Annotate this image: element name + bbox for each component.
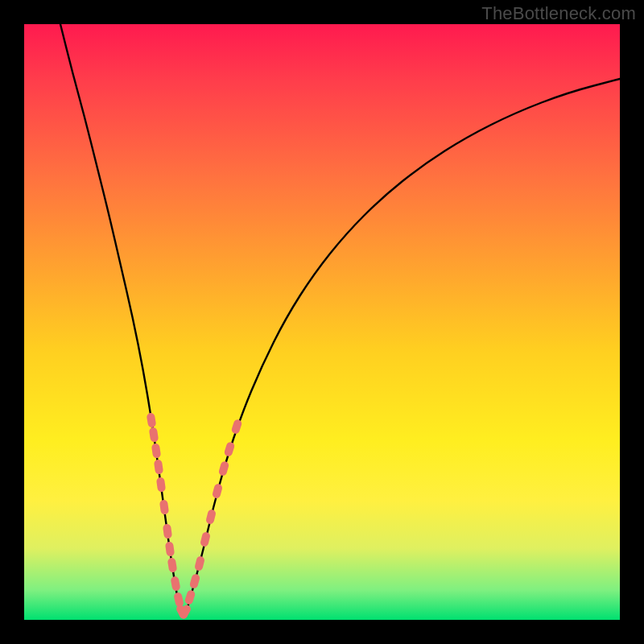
curve-marker bbox=[149, 427, 159, 442]
curve-marker bbox=[154, 459, 163, 474]
outer-frame: TheBottleneck.com bbox=[0, 0, 644, 644]
curve-marker bbox=[170, 576, 180, 592]
plot-area bbox=[24, 24, 620, 620]
curve-marker bbox=[184, 589, 196, 605]
marker-group bbox=[147, 412, 243, 620]
curve-marker bbox=[163, 523, 172, 539]
curve-marker bbox=[151, 443, 162, 458]
curve-layer bbox=[24, 24, 620, 620]
curve-marker bbox=[205, 509, 217, 525]
bottleneck-curve bbox=[60, 24, 620, 616]
watermark-text: TheBottleneck.com bbox=[481, 3, 636, 24]
curve-marker bbox=[173, 592, 184, 608]
curve-marker bbox=[189, 573, 201, 589]
curve-marker bbox=[156, 477, 166, 492]
curve-marker bbox=[200, 531, 211, 547]
curve-marker bbox=[224, 441, 236, 457]
curve-marker bbox=[159, 499, 169, 514]
curve-marker bbox=[218, 460, 230, 477]
curve-marker bbox=[165, 541, 175, 556]
curve-marker bbox=[147, 412, 157, 427]
curve-marker bbox=[167, 557, 178, 572]
curve-marker bbox=[230, 419, 242, 435]
curve-marker bbox=[212, 483, 223, 499]
curve-marker bbox=[194, 555, 205, 572]
